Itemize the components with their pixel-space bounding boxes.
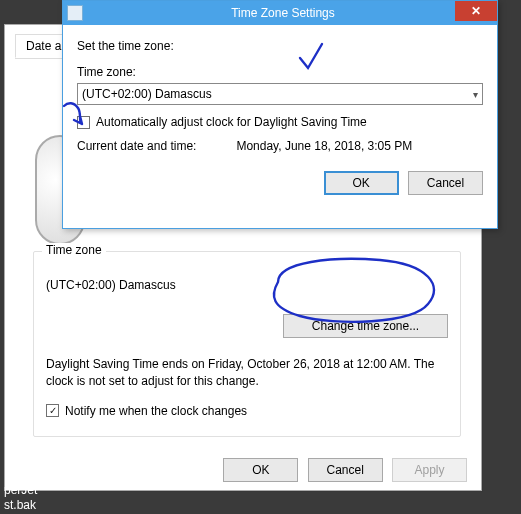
dialog-button-row: OK Cancel bbox=[77, 171, 483, 195]
dialog-content: Set the time zone: Time zone: (UTC+02:00… bbox=[63, 25, 497, 203]
notify-label: Notify me when the clock changes bbox=[65, 404, 247, 418]
current-datetime-row: Current date and time: Monday, June 18, … bbox=[77, 139, 483, 153]
time-zone-selected-text: (UTC+02:00) Damascus bbox=[82, 87, 212, 101]
stray-line-1: perJet bbox=[4, 483, 37, 497]
time-zone-label: Time zone: bbox=[77, 65, 483, 79]
titlebar[interactable]: Time Zone Settings ✕ bbox=[63, 1, 497, 25]
dialog-button-row: OK Cancel Apply bbox=[5, 458, 481, 482]
auto-dst-row: Automatically adjust clock for Daylight … bbox=[77, 115, 483, 129]
notify-row: Notify me when the clock changes bbox=[46, 404, 448, 418]
dst-info-text: Daylight Saving Time ends on Friday, Oct… bbox=[46, 356, 448, 390]
apply-button: Apply bbox=[392, 458, 467, 482]
auto-dst-checkbox[interactable] bbox=[77, 116, 90, 129]
time-zone-value: (UTC+02:00) Damascus bbox=[46, 278, 448, 292]
ok-button[interactable]: OK bbox=[324, 171, 399, 195]
current-datetime-label: Current date and time: bbox=[77, 139, 196, 153]
window-title: Time Zone Settings bbox=[231, 6, 335, 20]
time-zone-select[interactable]: (UTC+02:00) Damascus ▾ bbox=[77, 83, 483, 105]
prompt-label: Set the time zone: bbox=[77, 39, 483, 53]
time-zone-groupbox: Time zone (UTC+02:00) Damascus Change ti… bbox=[33, 251, 461, 437]
window-icon bbox=[67, 5, 83, 21]
change-time-zone-button[interactable]: Change time zone... bbox=[283, 314, 448, 338]
stray-line-2: st.bak bbox=[4, 498, 37, 512]
time-zone-legend: Time zone bbox=[42, 243, 106, 257]
desktop-stray-text: perJet st.bak bbox=[0, 481, 41, 514]
chevron-down-icon: ▾ bbox=[473, 89, 478, 100]
auto-dst-label: Automatically adjust clock for Daylight … bbox=[96, 115, 367, 129]
time-zone-settings-dialog: Time Zone Settings ✕ Set the time zone: … bbox=[62, 0, 498, 229]
close-icon: ✕ bbox=[471, 4, 481, 18]
notify-checkbox[interactable] bbox=[46, 404, 59, 417]
ok-button[interactable]: OK bbox=[223, 458, 298, 482]
close-button[interactable]: ✕ bbox=[455, 1, 497, 21]
current-datetime-value: Monday, June 18, 2018, 3:05 PM bbox=[236, 139, 412, 153]
cancel-button[interactable]: Cancel bbox=[308, 458, 383, 482]
cancel-button[interactable]: Cancel bbox=[408, 171, 483, 195]
